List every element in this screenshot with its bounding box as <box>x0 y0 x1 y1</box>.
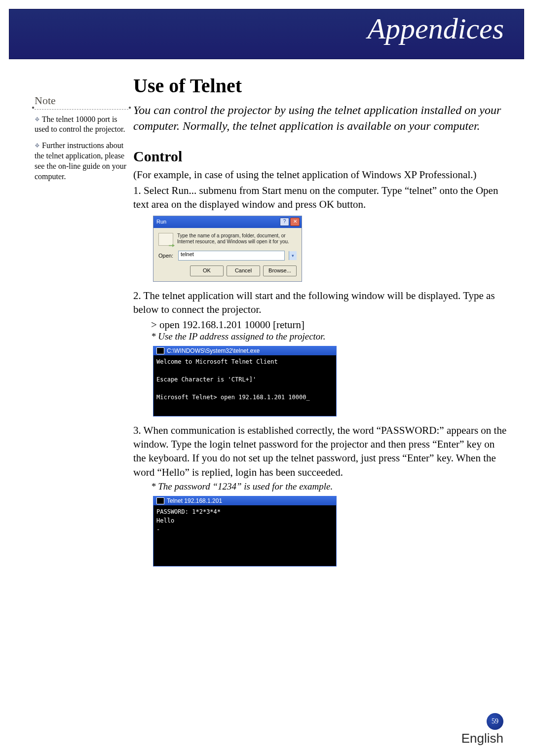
terminal-body[interactable]: PASSWORD: 1*2*3*4* Hello - <box>153 505 336 566</box>
language-label: English <box>461 731 503 746</box>
telnet-window-1: C:\WINDOWS\System32\telnet.exe Welcome t… <box>153 346 337 416</box>
cancel-button[interactable]: Cancel <box>227 265 260 276</box>
open-input-value: telnet <box>181 251 194 257</box>
command-line: > open 192.168.1.201 10000 [return] <box>151 319 508 331</box>
run-titlebar: Run ? ✕ <box>153 216 302 228</box>
note-item: ❖ Further instructions about the telnet … <box>35 141 128 182</box>
pin-icon: ● <box>32 104 35 111</box>
page-title: Use of Telnet <box>133 74 508 97</box>
note-label: ● Note ● <box>35 94 128 110</box>
terminal-titlebar: C:\WINDOWS\System32\telnet.exe <box>153 346 336 355</box>
step-1: 1. Select Run... submenu from Start menu… <box>133 184 508 212</box>
note-text: The telnet 10000 port is used to control… <box>35 115 125 134</box>
terminal-icon <box>156 347 164 354</box>
header-title: Appendices <box>367 12 504 46</box>
run-description: Type the name of a program, folder, docu… <box>177 233 297 246</box>
terminal-titlebar: Telnet 192.168.1.201 <box>153 496 336 505</box>
terminal-icon <box>156 497 164 504</box>
paragraph: (For example, in case of using the telne… <box>133 168 508 182</box>
content-area: ● Note ● ❖ The telnet 10000 port is used… <box>0 59 533 573</box>
main-content: Use of Telnet You can control the projec… <box>128 74 508 573</box>
run-icon <box>158 233 173 246</box>
sidebar-notes: ● Note ● ❖ The telnet 10000 port is used… <box>35 74 128 573</box>
open-input[interactable]: telnet <box>178 251 285 261</box>
bullet-icon: ❖ <box>35 142 40 149</box>
note-label-text: Note <box>35 94 56 107</box>
footnote: * The password “1234” is used for the ex… <box>151 481 508 492</box>
footer: 59 English <box>461 713 503 746</box>
help-button[interactable]: ? <box>280 218 289 226</box>
terminal-title-text: Telnet 192.168.1.201 <box>167 497 222 504</box>
run-title-text: Run <box>156 219 166 225</box>
telnet-window-2: Telnet 192.168.1.201 PASSWORD: 1*2*3*4* … <box>153 496 337 567</box>
close-button[interactable]: ✕ <box>290 218 300 226</box>
dropdown-icon[interactable]: ▾ <box>289 251 297 260</box>
page-number: 59 <box>487 713 503 730</box>
pin-icon: ● <box>128 104 131 111</box>
ok-button[interactable]: OK <box>190 265 224 276</box>
header-band: Appendices <box>9 9 524 59</box>
subsection-title: Control <box>133 148 508 165</box>
note-item: ❖ The telnet 10000 port is used to contr… <box>35 114 128 135</box>
terminal-title-text: C:\WINDOWS\System32\telnet.exe <box>167 347 260 354</box>
step-2: 2. The telnet application will start and… <box>133 289 508 317</box>
run-dialog: Run ? ✕ Type the name of a program, fold… <box>153 216 302 282</box>
step-3: 3. When communication is established cor… <box>133 423 508 479</box>
intro-paragraph: You can control the projector by using t… <box>133 102 508 134</box>
open-label: Open: <box>158 253 174 259</box>
browse-button[interactable]: Browse... <box>263 265 297 276</box>
footnote: * Use the IP address assigned to the pro… <box>151 331 508 342</box>
bullet-icon: ❖ <box>35 116 40 123</box>
note-text: Further instructions about the telnet ap… <box>35 141 126 180</box>
terminal-body[interactable]: Welcome to Microsoft Telnet Client Escap… <box>153 355 336 416</box>
